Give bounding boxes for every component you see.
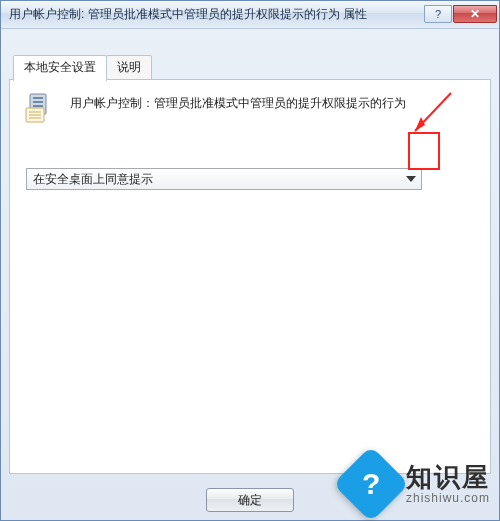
tab-explain[interactable]: 说明 [106, 55, 152, 80]
ok-button-label: 确定 [238, 492, 262, 509]
policy-description: 用户帐户控制：管理员批准模式中管理员的提升权限提示的行为 [70, 92, 406, 112]
tab-row: 本地安全设置 说明 [9, 55, 491, 80]
elevation-prompt-dropdown[interactable]: 在安全桌面上同意提示 [26, 168, 422, 190]
titlebar[interactable]: 用户帐户控制: 管理员批准模式中管理员的提升权限提示的行为 属性 ? ✕ [1, 1, 499, 29]
tabs-container: 本地安全设置 说明 用户帐户控制：管理员批准模式 [9, 55, 491, 470]
svg-rect-1 [33, 97, 43, 99]
close-button[interactable]: ✕ [453, 5, 497, 23]
close-icon: ✕ [470, 7, 480, 21]
watermark: ? 知识屋 zhishiwu.com [344, 457, 490, 511]
watermark-text: 知识屋 zhishiwu.com [406, 463, 490, 505]
dropdown-selected-text: 在安全桌面上同意提示 [33, 171, 153, 188]
ok-button[interactable]: 确定 [206, 488, 294, 512]
policy-header: 用户帐户控制：管理员批准模式中管理员的提升权限提示的行为 [24, 92, 476, 128]
dialog-window: 用户帐户控制: 管理员批准模式中管理员的提升权限提示的行为 属性 ? ✕ 本地安… [0, 0, 500, 521]
tab-local-security[interactable]: 本地安全设置 [13, 55, 107, 81]
titlebar-buttons: ? ✕ [423, 5, 497, 25]
chevron-down-icon [401, 169, 421, 189]
watermark-brand: 知识屋 [406, 463, 490, 492]
tab-panel: 用户帐户控制：管理员批准模式中管理员的提升权限提示的行为 在安全桌面上同意提示 [9, 79, 491, 474]
watermark-badge-icon: ? [333, 446, 409, 521]
help-icon: ? [435, 8, 441, 20]
help-button[interactable]: ? [424, 5, 452, 23]
svg-rect-3 [33, 105, 43, 107]
watermark-url: zhishiwu.com [406, 492, 490, 505]
window-title: 用户帐户控制: 管理员批准模式中管理员的提升权限提示的行为 属性 [9, 6, 423, 23]
svg-rect-2 [33, 101, 43, 103]
policy-icon [24, 92, 60, 128]
